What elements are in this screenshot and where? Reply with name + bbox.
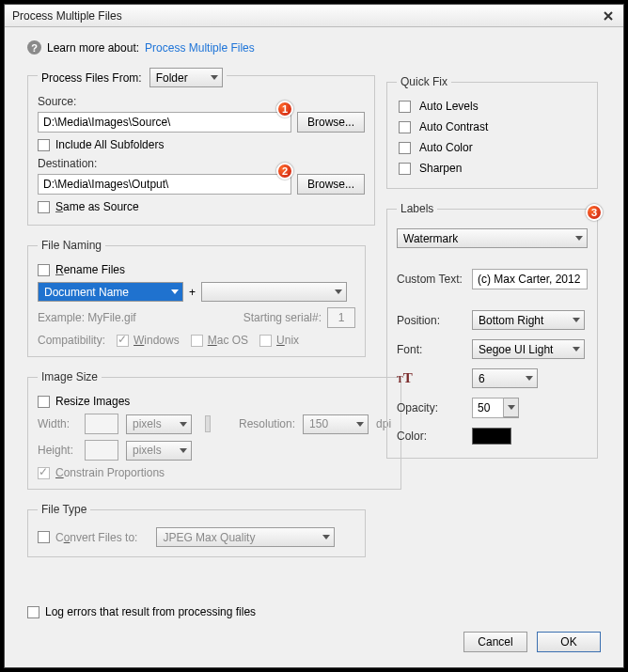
source-browse-button[interactable]: Browse... bbox=[297, 112, 365, 133]
annotation-marker-1: 1 bbox=[276, 101, 293, 117]
window-title: Process Multiple Files bbox=[12, 9, 122, 23]
text-size-icon: TT bbox=[397, 370, 413, 385]
height-input bbox=[85, 440, 118, 461]
log-errors-checkbox[interactable] bbox=[27, 606, 39, 618]
learn-more-row: ? Learn more about: Process Multiple Fil… bbox=[27, 40, 601, 55]
example-label: Example: MyFile.gif bbox=[38, 311, 136, 324]
link-dimensions-icon bbox=[205, 415, 211, 432]
opacity-input[interactable] bbox=[472, 398, 504, 418]
chevron-down-icon bbox=[322, 535, 330, 539]
auto-color-label: Auto Color bbox=[419, 141, 473, 154]
compat-windows-checkbox bbox=[117, 335, 129, 347]
image-size-group: Image Size Resize Images Width: pixels R… bbox=[27, 370, 401, 490]
dialog-footer: Cancel OK bbox=[27, 632, 601, 652]
compat-unix-checkbox bbox=[259, 335, 272, 347]
cancel-button[interactable]: Cancel bbox=[463, 632, 527, 652]
width-label: Width: bbox=[38, 417, 77, 430]
close-icon[interactable] bbox=[601, 9, 616, 23]
process-from-label: Process Files From: bbox=[41, 71, 142, 85]
resolution-select: 150 bbox=[303, 414, 369, 434]
chevron-down-icon bbox=[171, 289, 179, 294]
chevron-down-icon bbox=[526, 376, 533, 381]
chevron-down-icon bbox=[335, 289, 342, 294]
chevron-down-icon bbox=[573, 347, 580, 352]
log-errors-label: Log errors that result from processing f… bbox=[45, 605, 256, 618]
include-subfolders-checkbox[interactable] bbox=[38, 139, 50, 151]
same-as-source-label: Same as Source bbox=[55, 200, 139, 213]
learn-more-label: Learn more about: bbox=[47, 41, 139, 55]
process-from-select[interactable]: Folder bbox=[149, 68, 223, 87]
ok-button[interactable]: OK bbox=[537, 632, 601, 652]
resize-images-label: Resize Images bbox=[55, 395, 130, 408]
same-as-source-checkbox[interactable] bbox=[38, 201, 50, 213]
resize-images-checkbox[interactable] bbox=[38, 396, 50, 408]
compat-unix-label: Unix bbox=[276, 334, 299, 347]
chevron-down-icon bbox=[573, 318, 580, 322]
learn-more-link[interactable]: Process Multiple Files bbox=[145, 41, 255, 55]
chevron-down-icon bbox=[211, 75, 218, 80]
auto-contrast-label: Auto Contrast bbox=[419, 120, 488, 133]
destination-label: Destination: bbox=[38, 157, 97, 170]
name-part2-select[interactable] bbox=[201, 282, 347, 302]
label-type-select[interactable]: Watermark bbox=[397, 228, 588, 248]
plus-label: + bbox=[189, 286, 196, 299]
source-path-input[interactable] bbox=[38, 112, 291, 133]
height-unit-select: pixels bbox=[126, 441, 192, 461]
convert-files-label: Convert Files to: bbox=[55, 531, 137, 544]
dialog-window: Process Multiple Files ? Learn more abou… bbox=[4, 4, 624, 668]
process-from-group: Process Files From: Folder Source: Brows… bbox=[27, 75, 375, 226]
rename-files-label: Rename Files bbox=[55, 263, 125, 276]
annotation-marker-2: 2 bbox=[276, 163, 293, 180]
dialog-content: ? Learn more about: Process Multiple Fil… bbox=[5, 27, 623, 667]
opacity-label: Opacity: bbox=[397, 401, 472, 414]
auto-levels-checkbox[interactable] bbox=[399, 101, 411, 113]
quick-fix-legend: Quick Fix bbox=[397, 75, 451, 88]
file-naming-group: File Naming Rename Files Document Name + bbox=[27, 239, 366, 357]
position-select[interactable]: Bottom Right bbox=[472, 310, 585, 330]
compat-mac-label: Mac OS bbox=[208, 334, 248, 347]
auto-color-checkbox[interactable] bbox=[399, 142, 411, 154]
custom-text-input[interactable] bbox=[472, 269, 588, 289]
width-unit-select: pixels bbox=[126, 414, 192, 434]
titlebar: Process Multiple Files bbox=[5, 5, 623, 27]
sharpen-checkbox[interactable] bbox=[399, 163, 411, 175]
color-label: Color: bbox=[397, 430, 472, 443]
auto-contrast-checkbox[interactable] bbox=[399, 121, 411, 133]
chevron-down-icon bbox=[180, 448, 187, 453]
help-icon: ? bbox=[27, 40, 41, 55]
annotation-marker-3: 3 bbox=[586, 204, 603, 221]
compat-mac-checkbox bbox=[191, 335, 203, 347]
source-label: Source: bbox=[38, 95, 76, 108]
log-errors-row: Log errors that result from processing f… bbox=[27, 605, 256, 618]
resolution-label: Resolution: bbox=[239, 417, 295, 430]
labels-group: Labels 3 Watermark Custom Text: Position… bbox=[386, 202, 598, 459]
file-type-legend: File Type bbox=[38, 503, 90, 516]
name-part1-select[interactable]: Document Name bbox=[38, 282, 183, 302]
convert-files-checkbox[interactable] bbox=[38, 531, 50, 543]
starting-serial-input bbox=[327, 307, 355, 328]
opacity-spinner[interactable] bbox=[504, 398, 519, 418]
destination-browse-button[interactable]: Browse... bbox=[297, 174, 365, 195]
height-label: Height: bbox=[38, 444, 77, 457]
chevron-down-icon bbox=[356, 422, 364, 427]
chevron-down-icon bbox=[180, 422, 187, 427]
position-label: Position: bbox=[397, 314, 472, 327]
font-select[interactable]: Segoe UI Light bbox=[472, 339, 585, 359]
font-label: Font: bbox=[397, 343, 472, 356]
include-subfolders-label: Include All Subfolders bbox=[55, 138, 164, 151]
compat-label: Compatibility: bbox=[38, 334, 105, 347]
custom-text-label: Custom Text: bbox=[397, 273, 472, 286]
destination-path-input[interactable] bbox=[38, 174, 291, 195]
font-size-select[interactable]: 6 bbox=[472, 368, 538, 388]
labels-legend: Labels bbox=[397, 202, 437, 215]
color-swatch[interactable] bbox=[472, 428, 511, 445]
constrain-label: Constrain Proportions bbox=[55, 466, 165, 479]
quick-fix-group: Quick Fix Auto Levels Auto Contrast Auto… bbox=[386, 75, 598, 189]
width-input bbox=[85, 414, 118, 434]
chevron-down-icon[interactable] bbox=[504, 399, 518, 417]
file-type-group: File Type Convert Files to: JPEG Max Qua… bbox=[27, 503, 366, 557]
file-naming-legend: File Naming bbox=[38, 239, 105, 252]
rename-files-checkbox[interactable] bbox=[38, 264, 50, 276]
sharpen-label: Sharpen bbox=[419, 162, 462, 175]
file-type-select: JPEG Max Quality bbox=[156, 527, 335, 547]
